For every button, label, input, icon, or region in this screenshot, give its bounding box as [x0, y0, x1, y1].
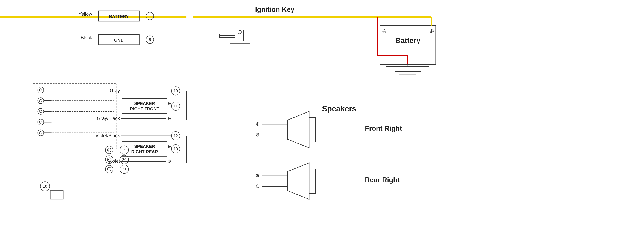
svg-text:⊖: ⊖: [167, 116, 171, 121]
svg-text:Gray/Black: Gray/Black: [97, 116, 120, 121]
svg-text:Violet: Violet: [108, 158, 120, 164]
svg-text:Black: Black: [80, 35, 92, 40]
svg-text:8: 8: [149, 37, 151, 42]
svg-text:13: 13: [174, 147, 178, 151]
svg-text:Battery: Battery: [395, 36, 420, 44]
svg-text:10: 10: [174, 89, 178, 93]
svg-text:7: 7: [149, 14, 151, 18]
svg-text:⊕: ⊕: [429, 28, 434, 34]
svg-text:SPEAKER: SPEAKER: [134, 101, 155, 106]
svg-text:⊖: ⊖: [256, 183, 260, 189]
svg-point-21: [40, 110, 42, 113]
svg-text:⊖: ⊖: [256, 131, 260, 137]
svg-text:SPEAKER: SPEAKER: [134, 144, 155, 149]
svg-text:21: 21: [122, 167, 126, 171]
svg-text:Yellow: Yellow: [78, 11, 92, 17]
main-container: Yellow BATTERY 7 Black GND 8: [0, 0, 644, 228]
left-panel: Yellow BATTERY 7 Black GND 8: [0, 0, 193, 228]
svg-point-40: [106, 165, 113, 173]
svg-point-41: [107, 167, 111, 171]
svg-point-18: [40, 100, 42, 102]
svg-rect-50: [50, 191, 63, 199]
svg-text:12: 12: [174, 134, 178, 138]
svg-rect-55: [122, 99, 167, 114]
right-panel: Ignition Key: [193, 0, 644, 228]
front-right-label: Front Right: [365, 124, 402, 132]
svg-text:⊕: ⊕: [108, 148, 111, 152]
svg-text:GND: GND: [114, 38, 124, 42]
ignition-key-label: Ignition Key: [255, 5, 294, 13]
svg-rect-110: [309, 117, 316, 142]
svg-text:⊕: ⊕: [167, 101, 171, 106]
svg-text:⊕: ⊕: [256, 172, 260, 178]
svg-point-24: [40, 121, 42, 123]
svg-marker-115: [288, 163, 309, 199]
svg-text:⊖: ⊖: [382, 28, 387, 34]
svg-text:⊕: ⊕: [167, 158, 171, 164]
svg-rect-117: [309, 169, 316, 194]
svg-point-15: [40, 89, 42, 91]
rear-right-label: Rear Right: [365, 176, 400, 184]
svg-text:⊕: ⊕: [256, 121, 260, 127]
svg-text:⊖: ⊖: [167, 144, 171, 149]
svg-text:BATTERY: BATTERY: [109, 14, 129, 19]
svg-text:RIGHT REAR: RIGHT REAR: [131, 149, 158, 154]
svg-text:RIGHT FRONT: RIGHT FRONT: [130, 107, 159, 111]
svg-point-27: [40, 131, 42, 134]
svg-text:20: 20: [122, 157, 126, 162]
svg-marker-108: [288, 112, 309, 148]
speakers-label: Speakers: [322, 104, 356, 113]
svg-text:19: 19: [122, 148, 126, 152]
svg-text:Gray: Gray: [110, 88, 120, 93]
svg-text:11: 11: [174, 104, 178, 108]
svg-text:Violet/Black: Violet/Black: [96, 133, 120, 138]
svg-point-82: [238, 30, 242, 34]
svg-rect-68: [122, 141, 167, 156]
svg-text:18: 18: [43, 184, 47, 188]
